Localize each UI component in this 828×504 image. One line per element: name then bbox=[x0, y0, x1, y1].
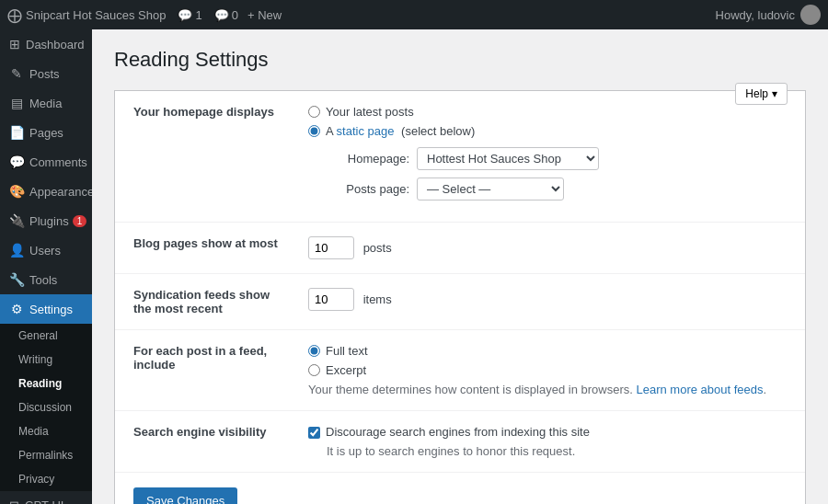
chevron-down-icon: ▾ bbox=[772, 87, 777, 100]
homepage-row: Your homepage displays Your latest posts… bbox=[115, 91, 805, 223]
homepage-select-row: Homepage: Hottest Hot Sauces Shop bbox=[327, 147, 796, 170]
search-engine-options: Discourage search engines from indexing … bbox=[299, 411, 805, 473]
submenu-item-privacy[interactable]: Privacy bbox=[0, 467, 92, 491]
submenu-item-permalinks[interactable]: Permalinks bbox=[0, 443, 92, 467]
blog-pages-value-cell: posts bbox=[299, 223, 805, 274]
sidebar-item-comments[interactable]: 💬 Comments bbox=[0, 147, 92, 177]
feed-options: Full text Excerpt Your theme determines … bbox=[299, 330, 805, 411]
submenu-item-media[interactable]: Media bbox=[0, 419, 92, 443]
sidebar-item-settings[interactable]: ⚙ Settings bbox=[0, 294, 92, 324]
radio-latest-posts-input[interactable] bbox=[308, 106, 320, 118]
blog-pages-suffix: posts bbox=[363, 241, 392, 255]
learn-more-feeds-link[interactable]: Learn more about feeds bbox=[637, 383, 764, 396]
sidebar-item-cpt-ui[interactable]: ⊟ CPT UI bbox=[0, 491, 92, 504]
radio-static-page-input[interactable] bbox=[308, 125, 320, 137]
update-count: 0 bbox=[232, 8, 238, 22]
syndication-value-cell: items bbox=[299, 274, 805, 330]
syndication-suffix: items bbox=[363, 292, 392, 306]
homepage-label: Your homepage displays bbox=[115, 91, 299, 223]
feed-row: For each post in a feed, include Full te… bbox=[115, 330, 805, 411]
page-title: Reading Settings bbox=[114, 48, 806, 72]
avatar bbox=[800, 5, 821, 25]
sidebar-item-tools[interactable]: 🔧 Tools bbox=[0, 265, 92, 294]
blog-pages-input[interactable] bbox=[308, 236, 354, 259]
posts-page-select[interactable]: — Select — bbox=[417, 178, 564, 200]
save-changes-button[interactable]: Save Changes bbox=[133, 487, 237, 504]
submenu-item-writing[interactable]: Writing bbox=[0, 348, 92, 372]
sidebar-item-pages[interactable]: 📄 Pages bbox=[0, 118, 92, 147]
radio-latest-posts-label: Your latest posts bbox=[326, 105, 414, 119]
dashboard-icon: ⊞ bbox=[9, 37, 20, 52]
update-icon: 💬 bbox=[214, 8, 229, 22]
static-page-options: Homepage: Hottest Hot Sauces Shop Posts … bbox=[327, 147, 796, 200]
settings-submenu: General Writing Reading Discussion Media… bbox=[0, 324, 92, 491]
radio-latest-posts[interactable]: Your latest posts bbox=[308, 105, 796, 119]
settings-icon: ⚙ bbox=[9, 302, 24, 316]
syndication-row: Syndication feeds show the most recent i… bbox=[115, 274, 805, 330]
sidebar-item-media[interactable]: ▤ Media bbox=[0, 88, 92, 118]
radio-static-page-label: A static page (select below) bbox=[326, 124, 475, 138]
form-footer: Save Changes bbox=[115, 473, 805, 504]
comment-count: 1 bbox=[195, 8, 201, 22]
appearance-icon: 🎨 bbox=[9, 184, 24, 199]
submenu-item-reading[interactable]: Reading bbox=[0, 372, 92, 395]
tools-icon: 🔧 bbox=[9, 272, 24, 287]
radio-full-text-label: Full text bbox=[326, 344, 368, 358]
sidebar-item-users[interactable]: 👤 Users bbox=[0, 235, 92, 265]
sidebar-item-dashboard[interactable]: ⊞ Dashboard bbox=[0, 29, 92, 59]
search-engine-label: Search engine visibility bbox=[115, 411, 299, 473]
radio-excerpt[interactable]: Excerpt bbox=[308, 363, 796, 377]
update-count-item[interactable]: 💬 0 bbox=[212, 8, 238, 22]
sidebar-item-posts[interactable]: ✎ Posts bbox=[0, 59, 92, 88]
feed-label: For each post in a feed, include bbox=[115, 330, 299, 411]
search-engine-checkbox-label: Discourage search engines from indexing … bbox=[326, 425, 590, 439]
wp-logo-icon: ⨁ bbox=[7, 6, 22, 24]
comment-count-item[interactable]: 💬 1 bbox=[175, 8, 201, 22]
posts-page-select-label: Posts page: bbox=[327, 182, 409, 196]
search-engine-checkbox-row: Discourage search engines from indexing … bbox=[308, 425, 796, 439]
submenu-item-discussion[interactable]: Discussion bbox=[0, 395, 92, 419]
new-button[interactable]: + New bbox=[247, 8, 282, 22]
search-engine-note: It is up to search engines to honor this… bbox=[327, 444, 796, 458]
site-name[interactable]: Snipcart Hot Sauces Shop bbox=[26, 8, 166, 22]
search-engine-row: Search engine visibility Discourage sear… bbox=[115, 411, 805, 473]
cpt-ui-icon: ⊟ bbox=[9, 498, 19, 504]
sidebar-item-appearance[interactable]: 🎨 Appearance bbox=[0, 177, 92, 206]
comment-icon: 💬 bbox=[178, 8, 192, 22]
howdy-text: Howdy, ludovic bbox=[716, 8, 795, 22]
radio-excerpt-label: Excerpt bbox=[326, 363, 366, 377]
homepage-select[interactable]: Hottest Hot Sauces Shop bbox=[417, 147, 599, 170]
static-page-link[interactable]: static page bbox=[337, 124, 395, 138]
submenu-item-general[interactable]: General bbox=[0, 324, 92, 348]
plugins-badge: 1 bbox=[73, 215, 87, 227]
topbar: ⨁ Snipcart Hot Sauces Shop 💬 1 💬 0 + New… bbox=[0, 0, 828, 29]
blog-pages-label: Blog pages show at most bbox=[115, 223, 299, 274]
syndication-input[interactable] bbox=[308, 288, 354, 311]
settings-form: Your homepage displays Your latest posts… bbox=[114, 90, 806, 504]
users-icon: 👤 bbox=[9, 243, 24, 258]
radio-full-text-input[interactable] bbox=[308, 345, 320, 357]
search-engine-checkbox[interactable] bbox=[308, 427, 320, 439]
main-content: Help ▾ Reading Settings Your homepage di… bbox=[92, 29, 828, 504]
radio-static-page[interactable]: A static page (select below) bbox=[308, 124, 796, 138]
pages-icon: 📄 bbox=[9, 125, 24, 140]
syndication-label: Syndication feeds show the most recent bbox=[115, 274, 299, 330]
posts-icon: ✎ bbox=[9, 66, 24, 81]
homepage-options: Your latest posts A static page (select … bbox=[299, 91, 805, 223]
help-button[interactable]: Help ▾ bbox=[735, 83, 788, 105]
feed-note: Your theme determines how content is dis… bbox=[308, 383, 796, 396]
posts-page-select-row: Posts page: — Select — bbox=[327, 178, 796, 200]
homepage-select-label: Homepage: bbox=[327, 152, 409, 166]
plugins-icon: 🔌 bbox=[9, 213, 24, 228]
radio-full-text[interactable]: Full text bbox=[308, 344, 796, 358]
comments-icon: 💬 bbox=[9, 155, 24, 169]
sidebar-item-plugins[interactable]: 🔌 Plugins 1 bbox=[0, 206, 92, 235]
radio-excerpt-input[interactable] bbox=[308, 364, 320, 376]
sidebar: ⊞ Dashboard ✎ Posts ▤ Media 📄 Pages 💬 Co… bbox=[0, 29, 92, 504]
blog-pages-row: Blog pages show at most posts bbox=[115, 223, 805, 274]
media-icon: ▤ bbox=[9, 96, 24, 110]
